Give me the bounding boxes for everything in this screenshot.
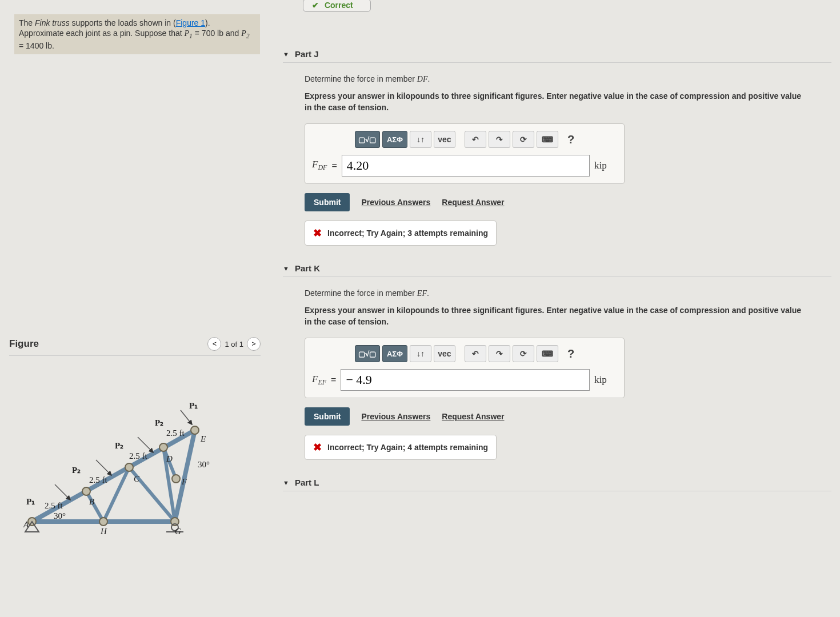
svg-point-17 bbox=[159, 443, 167, 451]
unit-label: kip bbox=[594, 374, 617, 386]
svg-text:P₁: P₁ bbox=[26, 497, 35, 506]
svg-line-10 bbox=[138, 437, 153, 452]
greek-button[interactable]: ΑΣΦ bbox=[382, 131, 407, 148]
part-l-header[interactable]: ▼ Part L bbox=[283, 474, 831, 491]
undo-button[interactable]: ↶ bbox=[465, 131, 486, 148]
svg-text:2.5 ft: 2.5 ft bbox=[129, 451, 147, 460]
reset-button[interactable]: ⟳ bbox=[513, 345, 534, 362]
part-title: Part L bbox=[295, 478, 319, 487]
truss-diagram: P₁ P₂ P₂ P₂ P₁ 2.5 ft 2.5 ft 2.5 ft 2.5 … bbox=[9, 390, 226, 539]
equals: = bbox=[331, 375, 336, 385]
svg-text:2.5 ft: 2.5 ft bbox=[89, 475, 107, 484]
text: = 1400 lb. bbox=[19, 41, 54, 50]
svg-text:E: E bbox=[200, 434, 206, 443]
help-icon[interactable]: ? bbox=[567, 133, 574, 146]
submit-button[interactable]: Submit bbox=[305, 407, 350, 426]
text: = 700 lb and bbox=[193, 29, 241, 38]
redo-button[interactable]: ↷ bbox=[489, 345, 510, 362]
part-k-block: ▼ Part K Determine the force in member E… bbox=[283, 260, 831, 460]
variable-label: FEF bbox=[312, 374, 326, 387]
correct-label: Correct bbox=[325, 1, 353, 10]
part-l-block: ▼ Part L bbox=[283, 474, 831, 491]
svg-point-16 bbox=[125, 463, 133, 471]
svg-text:P₂: P₂ bbox=[72, 466, 81, 475]
svg-point-19 bbox=[172, 475, 180, 483]
templates-button[interactable]: ▢√▢ bbox=[355, 131, 380, 148]
feedback-text: Incorrect; Try Again; 4 attempts remaini… bbox=[327, 443, 488, 452]
svg-text:A: A bbox=[23, 520, 29, 529]
figure-link[interactable]: Figure 1 bbox=[176, 18, 205, 27]
keyboard-button[interactable]: ⌨ bbox=[537, 345, 558, 362]
svg-line-9 bbox=[96, 460, 111, 475]
svg-text:D: D bbox=[166, 454, 173, 463]
undo-button[interactable]: ↶ bbox=[465, 345, 486, 362]
instruction: Express your answer in kilopounds to thr… bbox=[305, 305, 807, 327]
answer-input[interactable] bbox=[342, 155, 590, 177]
svg-text:P₂: P₂ bbox=[115, 441, 123, 450]
svg-text:2.5 ft: 2.5 ft bbox=[166, 428, 185, 438]
svg-text:2.5 ft: 2.5 ft bbox=[45, 501, 63, 510]
svg-text:H: H bbox=[100, 527, 107, 536]
request-answer-link[interactable]: Request Answer bbox=[442, 412, 504, 421]
part-j-block: ▼ Part J Determine the force in member D… bbox=[283, 46, 831, 246]
redo-button[interactable]: ↷ bbox=[489, 131, 510, 148]
text: supports the loads shown in ( bbox=[70, 18, 176, 27]
reset-button[interactable]: ⟳ bbox=[513, 131, 534, 148]
svg-text:30°: 30° bbox=[198, 460, 210, 469]
answer-input[interactable] bbox=[341, 369, 590, 391]
templates-button[interactable]: ▢√▢ bbox=[355, 345, 380, 362]
italic-term: Fink truss bbox=[35, 18, 70, 27]
text: The bbox=[19, 18, 35, 27]
svg-point-15 bbox=[82, 487, 90, 495]
figure-panel: Figure < 1 of 1 > bbox=[9, 337, 261, 541]
feedback-box: ✖ Incorrect; Try Again; 4 attempts remai… bbox=[305, 435, 497, 460]
math: P2 bbox=[241, 29, 249, 38]
part-j-header[interactable]: ▼ Part J bbox=[283, 46, 831, 63]
help-icon[interactable]: ? bbox=[567, 347, 574, 360]
answer-widget: ▢√▢ ΑΣΦ ↓↑ vec ↶ ↷ ⟳ ⌨ ? FEF = kip bbox=[305, 338, 625, 398]
part-k-header[interactable]: ▼ Part K bbox=[283, 260, 831, 277]
vec-button[interactable]: vec bbox=[434, 345, 455, 362]
svg-text:F: F bbox=[181, 477, 187, 486]
next-figure-button[interactable]: > bbox=[247, 337, 261, 351]
figure-title: Figure bbox=[9, 338, 39, 350]
greek-button[interactable]: ΑΣΦ bbox=[382, 345, 407, 362]
correct-status-badge: Correct bbox=[303, 0, 371, 12]
problem-statement: The Fink truss supports the loads shown … bbox=[14, 14, 260, 54]
svg-line-8 bbox=[55, 484, 70, 500]
keyboard-button[interactable]: ⌨ bbox=[537, 131, 558, 148]
x-icon: ✖ bbox=[313, 441, 322, 454]
subscript-button[interactable]: ↓↑ bbox=[410, 131, 431, 148]
vec-button[interactable]: vec bbox=[434, 131, 455, 148]
prompt: Determine the force in member EF. bbox=[305, 289, 829, 298]
previous-answers-link[interactable]: Previous Answers bbox=[361, 198, 430, 207]
submit-button[interactable]: Submit bbox=[305, 193, 350, 211]
part-title: Part K bbox=[295, 263, 320, 273]
figure-pager: < 1 of 1 > bbox=[207, 337, 261, 351]
svg-text:P₁: P₁ bbox=[189, 401, 198, 410]
x-icon: ✖ bbox=[313, 227, 322, 239]
math-toolbar: ▢√▢ ΑΣΦ ↓↑ vec ↶ ↷ ⟳ ⌨ ? bbox=[312, 131, 617, 148]
unit-label: kip bbox=[594, 160, 617, 171]
prev-figure-button[interactable]: < bbox=[207, 337, 221, 351]
subscript-button[interactable]: ↓↑ bbox=[410, 345, 431, 362]
caret-down-icon: ▼ bbox=[283, 51, 289, 58]
svg-text:B: B bbox=[89, 497, 94, 506]
caret-down-icon: ▼ bbox=[283, 479, 289, 486]
svg-text:G: G bbox=[175, 527, 181, 536]
feedback-text: Incorrect; Try Again; 3 attempts remaini… bbox=[327, 229, 488, 238]
previous-answers-link[interactable]: Previous Answers bbox=[361, 412, 430, 421]
math-toolbar: ▢√▢ ΑΣΦ ↓↑ vec ↶ ↷ ⟳ ⌨ ? bbox=[312, 345, 617, 362]
svg-text:30°: 30° bbox=[54, 511, 66, 520]
request-answer-link[interactable]: Request Answer bbox=[442, 198, 504, 207]
feedback-box: ✖ Incorrect; Try Again; 3 attempts remai… bbox=[305, 221, 497, 246]
math: P1 bbox=[185, 29, 193, 38]
svg-text:C: C bbox=[134, 474, 140, 483]
svg-text:P₂: P₂ bbox=[155, 418, 163, 427]
svg-point-18 bbox=[191, 426, 199, 434]
variable-label: FDF bbox=[312, 159, 327, 172]
caret-down-icon: ▼ bbox=[283, 265, 289, 272]
svg-line-3 bbox=[86, 491, 103, 522]
part-title: Part J bbox=[295, 49, 319, 59]
answer-widget: ▢√▢ ΑΣΦ ↓↑ vec ↶ ↷ ⟳ ⌨ ? FDF = kip bbox=[305, 123, 625, 184]
